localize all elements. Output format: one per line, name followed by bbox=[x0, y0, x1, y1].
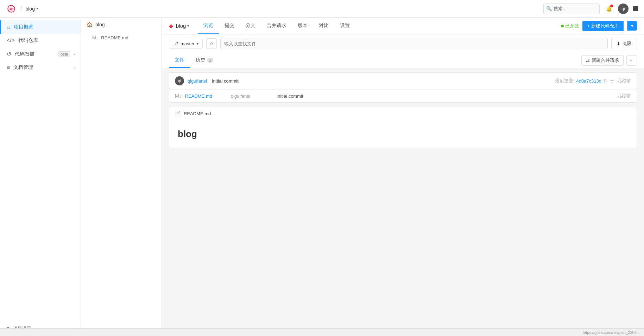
file-time: 几秒前 bbox=[617, 93, 631, 99]
more-icon: ··· bbox=[630, 58, 634, 63]
branch-icon: ⎇ bbox=[173, 41, 178, 46]
table-row[interactable]: M↓ README.md qiguifansi Initial commit 几… bbox=[169, 89, 637, 102]
branch-selector[interactable]: ⎇ master ▾ bbox=[169, 39, 203, 49]
tab-compare[interactable]: 对比 bbox=[313, 18, 334, 34]
commit-hash[interactable]: 4d0a7c313d bbox=[576, 78, 601, 84]
readme-header-label: README.md bbox=[184, 111, 211, 116]
commit-username[interactable]: qiguifansi bbox=[188, 78, 207, 84]
file-tree-item-readme[interactable]: M↓ README.md bbox=[81, 32, 162, 44]
last-commit-label: 最后提交 bbox=[555, 78, 573, 84]
file-tab-history[interactable]: 历史 1 bbox=[190, 53, 219, 68]
readme-title: blog bbox=[178, 129, 628, 140]
expand-icon[interactable]: ⬛ bbox=[633, 6, 638, 11]
chevron-down-icon: ▾ bbox=[631, 23, 633, 28]
repo-nav-chevron-icon: ▾ bbox=[187, 24, 189, 28]
clone-label: 克隆 bbox=[623, 40, 632, 47]
sidebar-item-label-scan: 代码扫描 bbox=[15, 51, 55, 57]
new-repo-dropdown-button[interactable]: ▾ bbox=[627, 21, 637, 31]
header-repo-name[interactable]: blog ▾ bbox=[25, 6, 38, 12]
notification-dot bbox=[610, 5, 613, 7]
branch-name: master bbox=[181, 41, 195, 46]
tab-merge-label: 合并请求 bbox=[267, 22, 286, 29]
commit-info-bar: qi qiguifansi Initial commit 最后提交 4d0a7c… bbox=[169, 72, 637, 89]
content-area: 🏠 blog M↓ README.md ◆ blog ▾ 浏览 bbox=[81, 18, 644, 336]
top-header: / blog ▾ 🔍 🔔 qi ⬛ bbox=[0, 0, 644, 18]
repo-name-text: blog bbox=[176, 23, 186, 29]
file-search-input[interactable] bbox=[220, 38, 608, 49]
new-repo-button[interactable]: + 新建代码仓库 bbox=[582, 21, 624, 31]
header-repo-chevron-icon: ▾ bbox=[36, 6, 38, 11]
file-tree-item-label: README.md bbox=[101, 35, 128, 40]
file-name[interactable]: README.md bbox=[185, 93, 227, 99]
file-tab-history-label: 历史 bbox=[196, 57, 206, 63]
tab-release-label: 版本 bbox=[298, 22, 308, 29]
status-url: https://gitee.com/newpan_2309... bbox=[583, 330, 640, 335]
open-source-badge: 已开源 bbox=[561, 23, 579, 29]
file-tree-header: 🏠 blog bbox=[81, 18, 162, 32]
more-options-button[interactable]: ··· bbox=[626, 55, 637, 66]
code-top-bar: ⎇ master ▾ ⌂ ⬇ 克隆 bbox=[162, 34, 644, 53]
main-layout: ⌂ 项目概览 </> 代码仓库 ↺ 代码扫描 beta › ≡ 文档管理 › ⚙… bbox=[0, 18, 644, 336]
tab-branch-label: 分支 bbox=[246, 22, 255, 29]
tab-settings-label: 设置 bbox=[340, 22, 350, 29]
search-input[interactable] bbox=[543, 4, 600, 14]
merge-icon: ⇄ bbox=[586, 58, 590, 63]
folder-icon: 🏠 bbox=[87, 22, 93, 27]
svg-point-0 bbox=[7, 4, 16, 13]
status-bar: https://gitee.com/newpan_2309... bbox=[0, 328, 644, 336]
repo-nav-right: 已开源 + 新建代码仓库 ▾ bbox=[561, 21, 637, 31]
main-code-view: ◆ blog ▾ 浏览 提交 分支 合并请求 bbox=[162, 18, 644, 336]
sidebar-item-label-repo: 代码仓库 bbox=[18, 37, 75, 44]
copy-icon[interactable]: ⎘ bbox=[604, 78, 607, 84]
readme-header: 📄 README.md bbox=[169, 107, 637, 120]
clone-icon: ⬇ bbox=[617, 41, 620, 46]
commit-time: 几秒前 bbox=[617, 78, 631, 84]
home-button[interactable]: ⌂ bbox=[206, 38, 217, 49]
tab-release[interactable]: 版本 bbox=[292, 18, 313, 34]
notification-button[interactable]: 🔔 bbox=[604, 4, 614, 14]
tab-branch[interactable]: 分支 bbox=[240, 18, 261, 34]
readme-content: blog bbox=[169, 120, 637, 148]
file-list: M↓ README.md qiguifansi Initial commit 几… bbox=[169, 89, 637, 103]
new-merge-request-button[interactable]: ⇄ 新建合并请求 bbox=[581, 55, 624, 66]
tab-compare-label: 对比 bbox=[319, 22, 329, 29]
file-tab-actions: ⇄ 新建合并请求 ··· bbox=[581, 55, 637, 66]
sidebar-item-docs[interactable]: ≡ 文档管理 › bbox=[0, 61, 81, 74]
diamond-icon: ◆ bbox=[169, 22, 173, 29]
file-tabs: 文件 历史 1 bbox=[169, 53, 219, 68]
search-wrapper: 🔍 bbox=[543, 4, 600, 14]
history-badge: 1 bbox=[207, 58, 213, 63]
tab-commit-label: 提交 bbox=[225, 22, 234, 29]
file-tree-panel: 🏠 blog M↓ README.md bbox=[81, 18, 162, 336]
scan-arrow-icon: › bbox=[74, 52, 75, 56]
sidebar-item-repo[interactable]: </> 代码仓库 bbox=[0, 34, 81, 47]
header-separator: / bbox=[20, 6, 22, 12]
repo-nav-name[interactable]: blog ▾ bbox=[176, 23, 189, 29]
tab-browse[interactable]: 浏览 bbox=[198, 18, 219, 34]
file-tab-files[interactable]: 文件 bbox=[169, 53, 190, 68]
logo[interactable] bbox=[6, 3, 17, 14]
home-icon: ⌂ bbox=[210, 40, 213, 47]
merge-label: 新建合并请求 bbox=[592, 57, 619, 64]
file-committer: qiguifansi bbox=[231, 93, 273, 99]
left-sidebar: ⌂ 项目概览 </> 代码仓库 ↺ 代码扫描 beta › ≡ 文档管理 › ⚙… bbox=[0, 18, 81, 336]
markdown-icon: M↓ bbox=[92, 35, 98, 40]
file-icon: 📄 bbox=[175, 111, 181, 116]
open-dot bbox=[561, 25, 564, 27]
code-icon: </> bbox=[7, 37, 15, 44]
repo-nav-tabs: 浏览 提交 分支 合并请求 版本 对比 bbox=[198, 18, 355, 34]
clone-button[interactable]: ⬇ 克隆 bbox=[611, 38, 637, 49]
repo-nav-bar: ◆ blog ▾ 浏览 提交 分支 合并请求 bbox=[162, 18, 644, 34]
avatar[interactable]: qi bbox=[618, 4, 629, 14]
file-tab-files-label: 文件 bbox=[175, 57, 184, 63]
tab-merge[interactable]: 合并请求 bbox=[261, 18, 292, 34]
tab-settings[interactable]: 设置 bbox=[334, 18, 355, 34]
sidebar-item-overview[interactable]: ⌂ 项目概览 bbox=[0, 20, 81, 34]
tab-commit[interactable]: 提交 bbox=[219, 18, 240, 34]
commit-message: Initial commit bbox=[212, 78, 239, 84]
sidebar-nav: ⌂ 项目概览 </> 代码仓库 ↺ 代码扫描 beta › ≡ 文档管理 › bbox=[0, 18, 81, 321]
open-source-label: 已开源 bbox=[565, 23, 579, 29]
scan-badge: beta bbox=[58, 51, 70, 57]
markdown-icon: M↓ bbox=[175, 93, 182, 99]
sidebar-item-scan[interactable]: ↺ 代码扫描 beta › bbox=[0, 47, 81, 61]
